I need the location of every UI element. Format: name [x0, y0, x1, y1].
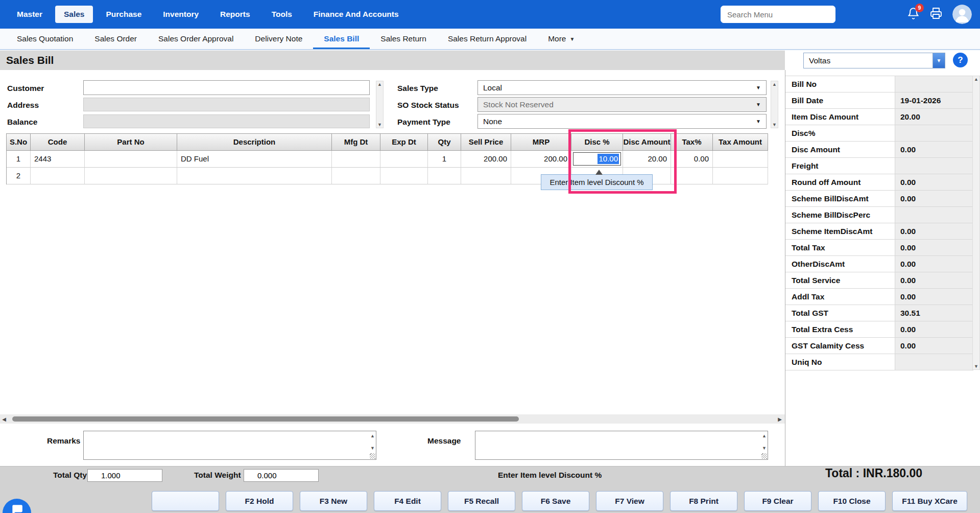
search-input[interactable] [721, 6, 835, 23]
grid-cell-sno[interactable]: 1 [7, 151, 31, 168]
resize-grip-icon[interactable] [761, 453, 767, 459]
f6-save-button[interactable]: F6 Save [522, 491, 589, 511]
message-textarea[interactable] [475, 431, 768, 459]
user-icon [952, 5, 972, 24]
grid-cell-disc-amount[interactable]: 20.00 [623, 151, 671, 168]
grid-cell-tax-pct[interactable]: 0.00 [671, 151, 713, 168]
grid-cell-mfg-dt[interactable] [332, 168, 380, 184]
remarks-label: Remarks [47, 436, 81, 446]
summary-label: Scheme ItemDiscAmt [785, 223, 895, 239]
balance-label: Balance [7, 118, 37, 127]
user-avatar[interactable] [952, 5, 972, 24]
grid-cell-tax-amount[interactable] [713, 168, 768, 184]
scroll-up-icon[interactable]: ▲ [762, 433, 767, 438]
f2-hold-button[interactable]: F2 Hold [226, 491, 293, 511]
nav-item-reports[interactable]: Reports [211, 6, 259, 23]
header-form-scrollbar[interactable]: ▲ ▼ [771, 81, 778, 128]
column-header-tax-amount: Tax Amount [713, 134, 768, 151]
tab-delivery-note[interactable]: Delivery Note [244, 29, 313, 49]
scroll-up-icon[interactable]: ▲ [771, 82, 778, 87]
summary-value [895, 207, 973, 223]
nav-item-master[interactable]: Master [8, 6, 51, 23]
grid-cell-code[interactable]: 2443 [31, 151, 85, 168]
summary-value: 0.00 [895, 289, 973, 305]
summary-label: Item Disc Amount [785, 109, 895, 125]
summary-label: Bill No [785, 76, 895, 92]
f7-view-button[interactable]: F7 View [596, 491, 663, 511]
scrollbar-thumb[interactable] [12, 416, 519, 422]
nav-item-inventory[interactable]: Inventory [154, 6, 207, 23]
tab-sales-return[interactable]: Sales Return [370, 29, 437, 49]
help-button[interactable]: ? [953, 53, 968, 67]
nav-item-purchase[interactable]: Purchase [97, 6, 150, 23]
grid-cell-sell-price[interactable] [461, 168, 511, 184]
payment-type-select[interactable]: None ▼ [477, 114, 767, 129]
scroll-down-icon[interactable]: ▼ [973, 364, 979, 369]
status-message: Enter Item level Discount % [498, 471, 602, 480]
total-weight-input[interactable] [244, 469, 319, 482]
scroll-up-icon[interactable]: ▲ [376, 82, 383, 87]
tab-more[interactable]: More▼ [537, 29, 585, 49]
scroll-down-icon[interactable]: ▼ [762, 446, 767, 451]
summary-row-bill-date: Bill Date19-01-2026 [785, 92, 973, 109]
scroll-right-icon[interactable]: ▶ [776, 414, 784, 424]
grid-cell-qty[interactable] [428, 168, 461, 184]
grid-cell-code[interactable] [31, 168, 85, 184]
notifications-button[interactable]: 9 [907, 7, 920, 22]
scroll-down-icon[interactable]: ▼ [376, 122, 383, 127]
grid-cell-sell-price[interactable]: 200.00 [461, 151, 511, 168]
company-select[interactable]: Voltas ▼ [803, 53, 945, 68]
grid-cell-tax-amount[interactable] [713, 151, 768, 168]
f5-recall-button[interactable]: F5 Recall [448, 491, 515, 511]
summary-row-scheme-billdiscperc: Scheme BillDiscPerc [785, 207, 973, 223]
print-button[interactable] [930, 7, 942, 21]
grid-cell-part-no[interactable] [85, 168, 177, 184]
chevron-down-icon[interactable]: ▼ [933, 53, 945, 68]
tab-sales-return-approval[interactable]: Sales Return Approval [437, 29, 537, 49]
grid-cell-sno[interactable]: 2 [7, 168, 31, 184]
f11-buy-xcare-button[interactable]: F11 Buy XCare [892, 491, 967, 511]
f4-edit-button[interactable]: F4 Edit [374, 491, 441, 511]
grid-cell-description[interactable] [177, 168, 332, 184]
scroll-down-icon[interactable]: ▼ [370, 446, 375, 451]
grid-cell-part-no[interactable] [85, 151, 177, 168]
sales-type-select[interactable]: Local ▼ [477, 80, 767, 95]
tab-sales-order-approval[interactable]: Sales Order Approval [148, 29, 244, 49]
grid-cell-description[interactable]: DD Fuel [177, 151, 332, 168]
remarks-textarea[interactable] [84, 431, 376, 459]
nav-item-sales[interactable]: Sales [55, 6, 93, 23]
customer-input[interactable] [83, 80, 370, 95]
grid-cell-mfg-dt[interactable] [332, 151, 380, 168]
grid-cell-tax-pct[interactable] [671, 168, 713, 184]
scroll-left-icon[interactable]: ◀ [0, 414, 8, 424]
summary-scrollbar[interactable]: ▲ ▼ [972, 76, 980, 370]
f8-print-button[interactable]: F8 Print [670, 491, 737, 511]
disc-pct-editor-input[interactable]: 10.00 [573, 152, 621, 166]
grid-cell-disc-pct[interactable]: 10.00 [571, 151, 623, 168]
tab-sales-bill[interactable]: Sales Bill [313, 29, 370, 49]
resize-grip-icon[interactable] [370, 453, 375, 459]
nav-item-tools[interactable]: Tools [263, 6, 301, 23]
grid-cell-exp-dt[interactable] [380, 168, 428, 184]
f1-button[interactable] [152, 491, 219, 511]
so-stock-status-select: Stock Not Reserved ▼ [477, 97, 767, 112]
grid-horizontal-scrollbar[interactable]: ◀ ▶ [0, 414, 785, 424]
f9-clear-button[interactable]: F9 Clear [744, 491, 811, 511]
total-qty-input[interactable] [87, 469, 162, 482]
f10-close-button[interactable]: F10 Close [818, 491, 886, 511]
summary-row-scheme-billdiscamt: Scheme BillDiscAmt0.00 [785, 191, 973, 207]
nav-item-finance-and-accounts[interactable]: Finance And Accounts [305, 6, 408, 23]
grid-cell-qty[interactable]: 1 [428, 151, 461, 168]
scroll-up-icon[interactable]: ▲ [370, 433, 375, 438]
chevron-down-icon: ▼ [756, 119, 761, 124]
scroll-down-icon[interactable]: ▼ [771, 122, 778, 127]
so-stock-status-value: Stock Not Reserved [483, 100, 554, 109]
f3-new-button[interactable]: F3 New [300, 491, 367, 511]
grid-cell-mrp[interactable]: 200.00 [511, 151, 571, 168]
customer-section-scrollbar[interactable]: ▲ ▼ [376, 81, 384, 128]
tab-sales-quotation[interactable]: Sales Quotation [6, 29, 84, 49]
column-header-disc-pct: Disc % [571, 134, 623, 151]
scroll-up-icon[interactable]: ▲ [973, 77, 979, 82]
grid-cell-exp-dt[interactable] [380, 151, 428, 168]
tab-sales-order[interactable]: Sales Order [84, 29, 148, 49]
